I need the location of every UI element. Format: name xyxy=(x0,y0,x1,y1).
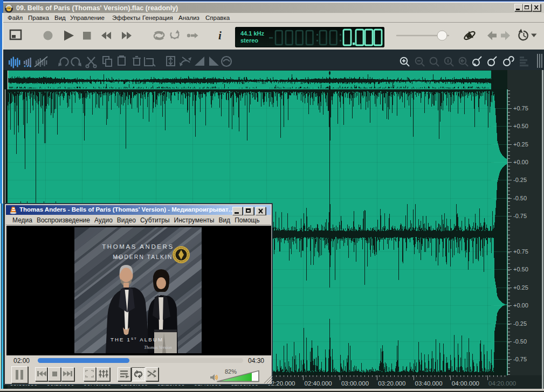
svg-text:+0.75: +0.75 xyxy=(513,248,528,255)
svg-text:THOMAS ANDERS: THOMAS ANDERS xyxy=(102,243,174,250)
svg-text:-0.75: -0.75 xyxy=(513,356,527,362)
svg-text:04:20.000: 04:20.000 xyxy=(488,380,516,387)
svg-text:-0.50: -0.50 xyxy=(513,195,527,201)
svg-text:-0.75: -0.75 xyxy=(513,213,527,219)
svg-text:MODERN TALKING: MODERN TALKING xyxy=(113,254,178,260)
svg-text:+0.25: +0.25 xyxy=(513,141,528,148)
svg-text:03:20.000: 03:20.000 xyxy=(378,380,405,387)
svg-text:+0.00: +0.00 xyxy=(513,159,528,165)
svg-text:-0.25: -0.25 xyxy=(513,177,527,183)
svg-text:+0.00: +0.00 xyxy=(513,302,528,309)
svg-text:+0.75: +0.75 xyxy=(513,105,528,111)
svg-text:+0.25: +0.25 xyxy=(513,284,528,291)
svg-text:+0.50: +0.50 xyxy=(513,266,528,272)
svg-text:i: i xyxy=(218,29,222,42)
svg-text:-0.25: -0.25 xyxy=(513,320,527,327)
svg-text:THE 1ST ALBUM: THE 1ST ALBUM xyxy=(111,337,163,342)
svg-text:-0.50: -0.50 xyxy=(513,338,527,345)
svg-text:04:00.000: 04:00.000 xyxy=(452,380,479,387)
svg-text:03:00.000: 03:00.000 xyxy=(341,380,369,387)
svg-text:+0.50: +0.50 xyxy=(513,123,528,129)
svg-text:02:40.000: 02:40.000 xyxy=(305,380,332,387)
svg-text:03:40.000: 03:40.000 xyxy=(415,380,443,387)
svg-text:Thomas Version: Thomas Version xyxy=(144,345,171,350)
